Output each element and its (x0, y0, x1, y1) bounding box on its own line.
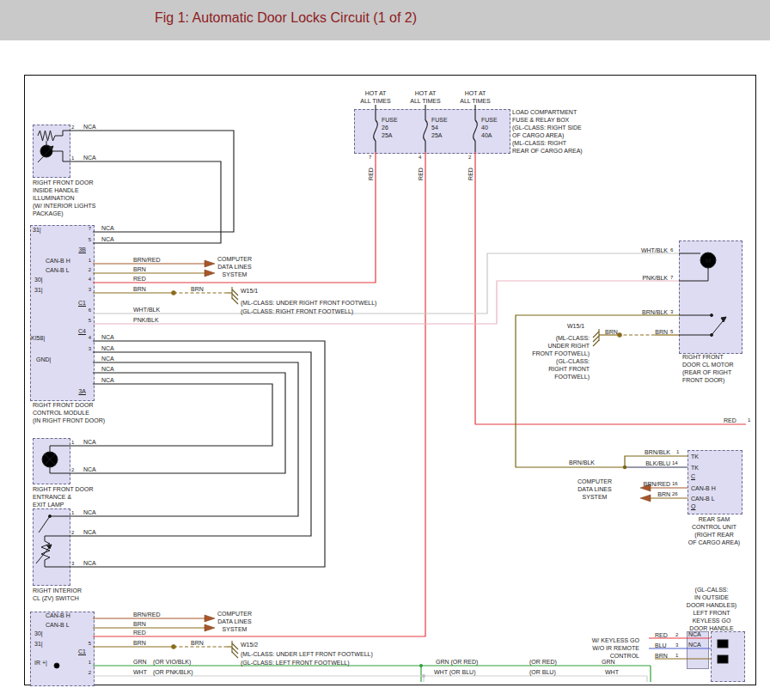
sam-pin-1: 1 (676, 448, 679, 455)
handle-pin-2: 2 (675, 631, 678, 638)
cl-switch-symbol (36, 515, 69, 568)
rfm-nca-gnd-3: NCA (101, 376, 114, 384)
rfm-nca-pin5: NCA (101, 235, 114, 243)
rfm-wire-brn: BRN (133, 265, 146, 273)
motor-pin-3: 3 (670, 308, 673, 315)
rfm-terminal-31-top: 31| (33, 226, 41, 234)
sam-wire-brnblk: BRN/BLK (634, 448, 670, 456)
w15-1-left-name: W15/1 (241, 287, 258, 295)
handle-nca-red: NCA (688, 630, 701, 638)
keyless-wire-wht: WHT (605, 668, 619, 676)
sam-pin-14: 14 (672, 460, 678, 466)
fusebox-location-label: LOAD COMPARTMENT FUSE & RELAY BOX (GL-CL… (512, 108, 583, 155)
rfm-pin-4: 4 (84, 276, 91, 283)
rfm-nca-gnd-1: NCA (101, 355, 114, 362)
lfm-connector-c1: C1 (74, 648, 86, 655)
w15-2-ml: (ML-CLASS: UNDER LEFT FRONT FOOTWELL) (241, 650, 373, 658)
handle-pin-1: 1 (675, 652, 678, 659)
ir-symbol-icon (54, 663, 59, 668)
handle-pin-3: 3 (675, 642, 678, 648)
w15-1-right-wire-brn: BRN (605, 328, 618, 336)
rfm-terminal-30: 30| (34, 276, 43, 283)
hot-at-all-times-label-1: HOT AT ALL TIMES (357, 89, 394, 105)
keyless-handle-title: (GL-CALSS: IN OUTSIDE DOOR HANDLES) LEFT… (681, 586, 742, 632)
sam-wire-brnred: BRN/RED (634, 480, 670, 488)
lfm-pin-2: 2 (84, 669, 91, 676)
lfm-terminal-30: 30| (34, 630, 43, 637)
sam-wire-brn: BRN (634, 490, 670, 498)
fuse-54-pin: 4 (419, 154, 421, 161)
rfm-terminal-gnd: GND| (36, 356, 51, 363)
illumination-lamp-symbol (38, 131, 69, 162)
lfm-wire-brn-ground: BRN (133, 639, 146, 647)
switch-pin-3: 3 (71, 560, 74, 567)
lfm-wire-grn-alt: (OR VIO/BLK) (153, 658, 191, 666)
lamp-nca-2: NCA (83, 466, 96, 473)
illumination-pin-1: 1 (71, 155, 74, 161)
sam-tk-1: TK (691, 453, 699, 460)
wiring-diagram-page: Fig 1: Automatic Door Locks Circuit (1 o… (0, 0, 770, 700)
sam-can-b-h: CAN-B H (691, 484, 716, 492)
keyless-wire-grn: GRN (602, 658, 615, 666)
wht-run-label-2: (OR BLU) (529, 668, 556, 676)
handle-nca-blu: NCA (688, 641, 701, 648)
ground-symbol-w15-1-left (232, 287, 238, 304)
handle-wire-blu: BLU (655, 642, 667, 649)
wire-label-red-3: RED (467, 166, 474, 183)
wire-label-red-1: RED (367, 166, 375, 183)
door-cl-motor-symbol: M (679, 253, 726, 337)
switch-nca-3: NCA (83, 559, 96, 567)
illumination-pin-2: 2 (71, 124, 74, 131)
motor-pin-7: 7 (670, 274, 673, 281)
fuse-40-label: FUSE 40 40A (481, 116, 498, 139)
lfm-wire-brnred: BRN/RED (133, 611, 161, 618)
ground-symbol-w15-2 (232, 641, 238, 658)
wiring-svg: M (0, 0, 770, 700)
sam-title: REAR SAM CONTROL UNIT (RIGHT REAR OF CAR… (684, 515, 744, 546)
illumination-nca-top: NCA (83, 123, 96, 131)
wires-brown-red-can (93, 264, 688, 618)
computer-data-lines-top: COMPUTER DATA LINES SYSTEM (211, 255, 258, 278)
rfm-title: RIGHT FRONT DOOR CONTROL MODULE (IN RIGH… (33, 401, 105, 424)
wires-red-power (93, 152, 746, 638)
motor-pin-6: 6 (670, 247, 673, 253)
lfm-pin-5: 5 (84, 640, 91, 647)
lfm-wire-red: RED (133, 629, 146, 636)
rfm-terminal-31: 31| (34, 286, 43, 294)
motor-wire-pnkblk: PNK/BLK (633, 274, 668, 282)
w15-1-right-location: (ML-CLASS: UNDER RIGHT FRONT FOOTWELL) (… (524, 334, 590, 380)
illumination-title: RIGHT FRONT DOOR INSIDE HANDLE ILLUMINAT… (33, 179, 96, 217)
lfm-wire-grn: GRN (133, 658, 147, 666)
lfm-terminal-ir: IR +| (34, 659, 47, 667)
switch-title: RIGHT INTERIOR CL (ZV) SWITCH (33, 587, 82, 602)
grn-run-label-1: GRN (OR RED) (436, 658, 478, 666)
fuse-26-pin: 7 (369, 154, 371, 161)
lfm-wire-wht: WHT (133, 668, 147, 676)
entrance-lamp-symbol (42, 446, 69, 473)
rfm-nca-gnd-2: NCA (101, 365, 114, 373)
rfm-can-b-h: CAN-B H (46, 257, 70, 265)
rfm-wire-brn-ground: BRN (133, 285, 146, 293)
lfm-wire-wht-alt: (OR PNK/BLK) (153, 668, 193, 676)
computer-data-lines-bottom: COMPUTER DATA LINES SYSTEM (211, 610, 258, 633)
lamp-nca-1: NCA (83, 438, 96, 446)
sam-connector-c: C (691, 472, 695, 480)
wires-brown (93, 273, 711, 659)
rfm-wire-brnred: BRN/RED (133, 256, 161, 264)
rfm-wire-red: RED (133, 275, 146, 283)
lfm-wire-brn-ground-2: BRN (191, 639, 204, 647)
rfm-pin-1: 1 (84, 257, 91, 264)
motor-wire-brn: BRN (645, 328, 668, 336)
switch-nca-1: NCA (83, 508, 96, 516)
rfm-nca-pin3b: NCA (101, 344, 114, 352)
rfm-pin-2: 2 (84, 266, 91, 273)
keyless-note: W/ KEYLESS GO W/O IR REMOTE CONTROL (590, 636, 639, 660)
rfm-can-b-l: CAN-B L (46, 266, 70, 274)
lfm-wire-brn: BRN (133, 620, 146, 628)
computer-data-lines-right: COMPUTER DATA LINES SYSTEM (571, 478, 619, 501)
motor-title: RIGHT FRONT DOOR CL MOTOR (REAR OF RIGHT… (682, 353, 734, 384)
feed-right-pin-1: 1 (748, 417, 750, 423)
handle-wire-brn: BRN (655, 652, 668, 660)
sam-pin-26: 26 (672, 490, 678, 497)
motor-pin-5: 5 (670, 328, 673, 335)
